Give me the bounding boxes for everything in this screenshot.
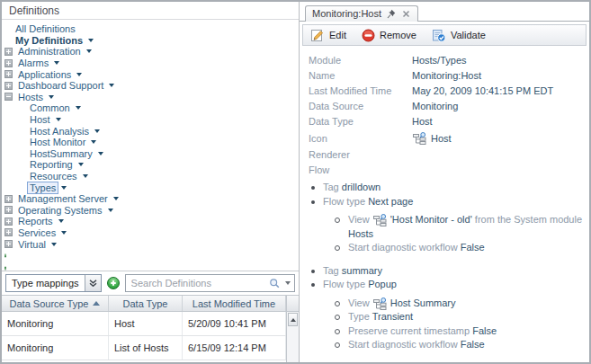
edit-button[interactable]: Edit (309, 29, 346, 42)
up-arrow-icon (291, 318, 296, 322)
chevron-down-icon[interactable] (86, 49, 92, 53)
dropdown-chevron-button[interactable] (85, 275, 101, 291)
scrollbar-track[interactable] (287, 327, 299, 362)
chevron-down-icon[interactable] (76, 106, 81, 110)
property-label: Data Type (309, 114, 412, 129)
flow-part-value: False (472, 325, 497, 336)
tree-item-operating-systems[interactable]: Operating Systems (2, 205, 299, 217)
chevron-down-icon[interactable] (113, 197, 119, 200)
table-cell: 5/20/09 10:41 PM (183, 312, 286, 335)
tree-item-hostsummary[interactable]: HostSummary (2, 148, 299, 160)
pin-icon[interactable] (387, 9, 396, 19)
plus-expander-icon[interactable] (4, 218, 13, 226)
tree-item-label: HostSummary (28, 148, 94, 159)
plus-expander-icon[interactable] (4, 48, 13, 56)
bullet-icon (311, 270, 315, 273)
plus-expander-icon[interactable] (4, 82, 13, 90)
tree-item-administration[interactable]: Administration (2, 46, 299, 58)
plus-expander-icon[interactable] (4, 70, 13, 78)
plus-expander-icon[interactable] (4, 195, 13, 203)
property-value-text: Hosts/Types (412, 53, 467, 68)
tree-item-label: Reporting (28, 159, 75, 170)
tree-item-applications[interactable]: Applications (2, 68, 299, 80)
tree-item-types[interactable]: Types (2, 182, 299, 193)
detail-panel: Monitoring:Host Edit Remove (300, 2, 589, 362)
plus-expander-icon[interactable] (4, 59, 13, 67)
tree-item-host-monitor[interactable]: Host Monitor (2, 137, 299, 148)
add-type-mapping-button[interactable] (107, 277, 120, 289)
hollow-bullet-icon (335, 245, 340, 251)
chevron-down-icon[interactable] (54, 61, 59, 65)
plus-expander-icon[interactable] (4, 206, 13, 214)
definitions-tree: All DefinitionsMy DefinitionsAdministrat… (2, 20, 299, 252)
property-value: Host (412, 131, 452, 146)
chevron-down-icon[interactable] (78, 163, 84, 166)
flow-part-muted: View (348, 214, 372, 225)
tree-item-management-server[interactable]: Management Server (2, 193, 299, 205)
close-icon[interactable] (402, 10, 410, 18)
hollow-bullet-icon (335, 218, 340, 223)
table-cell: Monitoring (2, 336, 109, 360)
chevron-down-icon[interactable] (88, 39, 94, 42)
tree-item-hosts[interactable]: Hosts (2, 92, 299, 103)
minus-expander-icon[interactable] (4, 93, 13, 101)
chevron-down-icon[interactable] (83, 174, 88, 178)
tree-item-my-definitions[interactable]: My Definitions (2, 35, 299, 47)
flow-part-value: False (461, 242, 485, 253)
tree-item-label: Alarms (16, 58, 50, 68)
chevron-down-icon[interactable] (109, 84, 114, 87)
validate-button[interactable]: Validate (431, 29, 486, 42)
flow-part-muted: Start diagnostic workflow (348, 339, 461, 350)
tree-item-all-definitions[interactable]: All Definitions (2, 23, 299, 35)
type-mappings-dropdown[interactable]: Type mappings (5, 274, 102, 292)
remove-button[interactable]: Remove (361, 29, 416, 42)
remove-minus-circle-icon (362, 29, 375, 42)
tree-item-virtual[interactable]: Virtual (2, 238, 299, 250)
tree-item-alarms[interactable]: Alarms (2, 58, 299, 69)
flow-item: Tag drilldown (309, 181, 586, 195)
tree-item-resources[interactable]: Resources (2, 171, 299, 182)
property-row-module: ModuleHosts/Types (309, 53, 586, 68)
flow-part-value: dialog (342, 362, 368, 363)
property-label: Icon (309, 131, 412, 146)
tree-item-reporting[interactable]: Reporting (2, 159, 299, 171)
flow-part-value: drilldown (342, 182, 381, 192)
chevron-down-icon[interactable] (61, 186, 67, 190)
table-cell: Host (109, 312, 183, 335)
column-header-data-source-type[interactable]: Data Source Type (2, 296, 109, 311)
search-input[interactable] (130, 277, 268, 289)
tree-item-reports[interactable]: Reports (2, 216, 299, 227)
search-options-caret-icon[interactable] (285, 281, 291, 285)
tree-item-dashboard-support[interactable]: Dashboard Support (2, 80, 299, 92)
tree-item-host-analysis[interactable]: Host Analysis (2, 125, 299, 137)
tree-item-label: Services (16, 227, 58, 238)
chevron-down-icon[interactable] (76, 73, 82, 76)
tree-item-host[interactable]: Host (2, 114, 299, 126)
chevron-down-icon[interactable] (51, 243, 57, 246)
tree-item-label: Host Monitor (28, 137, 87, 147)
chevron-down-icon[interactable] (58, 219, 64, 223)
plus-expander-icon[interactable] (4, 228, 13, 236)
chevron-down-icon[interactable] (94, 129, 100, 133)
plus-expander-icon[interactable] (4, 240, 13, 248)
chevron-down-icon[interactable] (49, 95, 54, 99)
add-definition-button[interactable] (4, 253, 6, 271)
column-header-data-type[interactable]: Data Type (109, 296, 183, 311)
search-icon[interactable] (269, 278, 281, 289)
chevron-down-icon[interactable] (61, 231, 67, 235)
table-row[interactable]: MonitoringList of Hosts6/15/09 12:14 PM (2, 336, 286, 360)
scrollbar-up-button[interactable] (288, 313, 298, 326)
table-scrollbar[interactable] (286, 296, 299, 362)
chevron-down-icon[interactable] (56, 118, 61, 121)
column-header-last-modified-time[interactable]: Last Modified Time (183, 296, 286, 311)
flow-part-muted: Type (348, 311, 372, 322)
table-row[interactable]: MonitoringHost5/20/09 10:41 PM (2, 312, 286, 336)
column-header-label: Data Source Type (10, 298, 89, 309)
tree-item-common[interactable]: Common (2, 102, 299, 114)
chevron-down-icon[interactable] (91, 140, 96, 144)
chevron-down-icon[interactable] (108, 209, 113, 212)
property-value: Host (412, 114, 433, 129)
tab-monitoring-host[interactable]: Monitoring:Host (305, 5, 418, 22)
chevron-down-icon[interactable] (98, 152, 103, 155)
tree-item-services[interactable]: Services (2, 227, 299, 239)
